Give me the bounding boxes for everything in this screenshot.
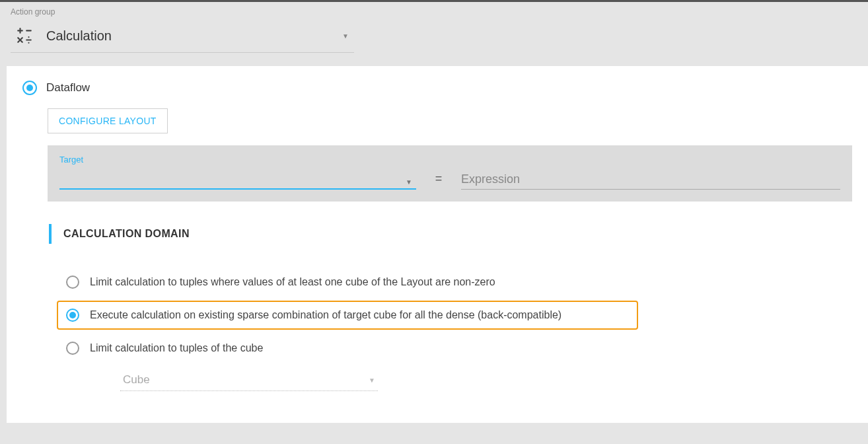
svg-point-6: [28, 36, 29, 38]
cube-select: Cube ▼: [120, 371, 378, 391]
chevron-down-icon[interactable]: ▼: [406, 178, 412, 186]
radio-icon: [66, 342, 79, 355]
radio-icon: [66, 276, 79, 289]
target-input[interactable]: [59, 176, 416, 190]
domain-option-cube[interactable]: Limit calculation to tuples of the cube: [57, 334, 852, 363]
cube-placeholder: Cube: [123, 373, 150, 387]
dataflow-label: Dataflow: [46, 81, 90, 94]
domain-option-label: Limit calculation to tuples where values…: [90, 276, 495, 288]
expression-placeholder: Expression: [461, 172, 520, 186]
svg-point-7: [28, 42, 29, 44]
calculation-title: Calculation: [46, 28, 342, 44]
target-label: Target: [59, 155, 416, 165]
calculation-domain-header: CALCULATION DOMAIN: [49, 224, 852, 244]
configure-layout-button[interactable]: CONFIGURE LAYOUT: [48, 108, 168, 133]
calculation-dropdown[interactable]: Calculation ▼: [11, 22, 354, 53]
radio-icon: [66, 309, 79, 322]
action-group-label: Action group: [11, 7, 857, 22]
domain-option-label: Execute calculation on existing sparse c…: [90, 309, 561, 321]
expression-bar: Target ▼ = Expression: [48, 145, 852, 202]
dataflow-radio[interactable]: [22, 81, 37, 95]
equals-sign: =: [432, 172, 445, 190]
domain-option-nonzero[interactable]: Limit calculation to tuples where values…: [57, 268, 852, 297]
expression-input[interactable]: Expression: [461, 172, 840, 190]
domain-option-label: Limit calculation to tuples of the cube: [90, 342, 263, 354]
chevron-down-icon: ▼: [369, 377, 375, 384]
content-panel: Dataflow CONFIGURE LAYOUT Target ▼ = Exp…: [7, 66, 868, 423]
chevron-down-icon: ▼: [342, 32, 354, 40]
calculation-icon: [11, 26, 38, 46]
domain-option-sparse[interactable]: Execute calculation on existing sparse c…: [57, 301, 638, 330]
